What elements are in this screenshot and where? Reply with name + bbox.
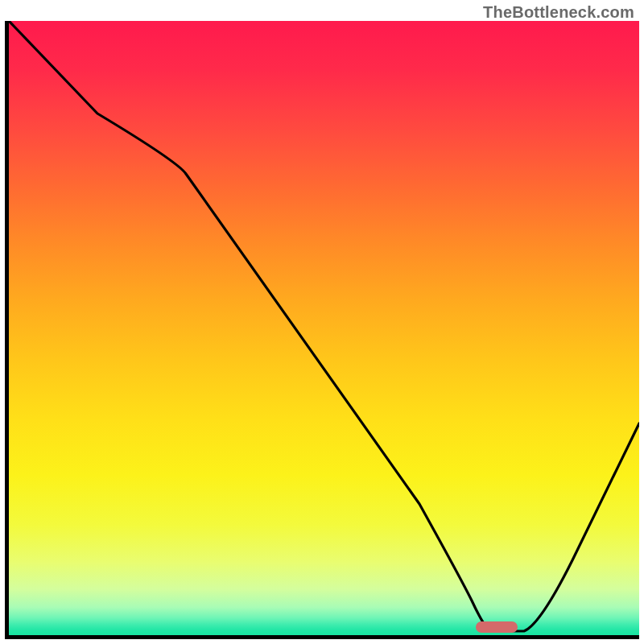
plot-area bbox=[5, 21, 639, 639]
chart-container: TheBottleneck.com bbox=[0, 0, 644, 644]
gradient-background bbox=[9, 21, 639, 635]
optimal-marker bbox=[476, 621, 518, 633]
watermark-text: TheBottleneck.com bbox=[483, 3, 634, 22]
